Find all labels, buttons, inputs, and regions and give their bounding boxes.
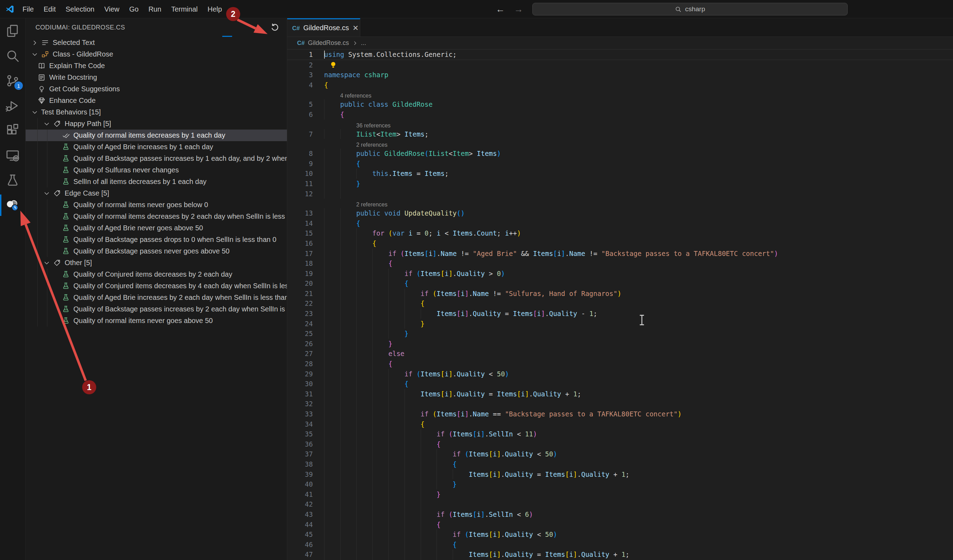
tree-item[interactable]: Quality of Sulfuras never changes <box>26 164 287 176</box>
tree-item-label: Get Code Suggestions <box>49 85 120 93</box>
line-content: Items[i].Quality = Items[i].Quality + 1; <box>324 549 630 560</box>
menu-item-view[interactable]: View <box>99 0 124 18</box>
back-arrow-icon[interactable]: ← <box>496 4 505 15</box>
tree-item[interactable]: Quality of Aged Brie never goes above 50 <box>26 222 287 234</box>
menu-item-file[interactable]: File <box>17 0 39 18</box>
tree-item-label: Quality of Conjured items decreases by 2… <box>73 270 232 278</box>
code-line: 40} <box>287 479 953 489</box>
tree-item[interactable]: Quality of normal items never goes below… <box>26 199 287 211</box>
line-number: 47 <box>287 549 313 560</box>
code-line: 26} <box>287 339 953 349</box>
tree-item[interactable]: Quality of Backstage passes increases by… <box>26 303 287 315</box>
indent-guides <box>324 369 405 379</box>
beaker-icon <box>62 317 73 325</box>
indent-guides <box>324 479 453 489</box>
line-number: 35 <box>287 429 313 439</box>
beaker-icon <box>62 224 73 232</box>
line-content: if (Items[i].SellIn < 11) <box>324 429 537 439</box>
tag-icon <box>53 120 65 128</box>
command-center-search[interactable]: csharp <box>532 3 847 16</box>
breadcrumb-more[interactable]: ... <box>361 39 366 47</box>
tree-item[interactable]: Quality of normal items decreases by 1 e… <box>26 130 287 141</box>
menu-item-terminal[interactable]: Terminal <box>166 0 203 18</box>
docstring-icon <box>37 73 49 81</box>
lightbulb-icon[interactable] <box>329 61 337 69</box>
tree-item[interactable]: Quality of Aged Brie increases by 2 each… <box>26 292 287 303</box>
book-icon <box>37 62 49 70</box>
tree-item[interactable]: Quality of Aged Brie increases by 1 each… <box>26 141 287 153</box>
codelens[interactable]: 36 references <box>287 120 953 129</box>
line-number: 17 <box>287 248 313 259</box>
line-number: 43 <box>287 509 313 520</box>
activity-source-control[interactable]: 1 <box>0 68 25 93</box>
breadcrumb[interactable]: C# GildedRose.cs ... <box>287 37 953 49</box>
chevron-right-icon[interactable] <box>31 39 41 47</box>
activity-remote-explorer[interactable] <box>0 143 25 168</box>
tree-item-label: Quality of Aged Brie increases by 1 each… <box>73 143 213 151</box>
tree-item[interactable]: Quality of normal items never goes above… <box>26 315 287 327</box>
indent-guides <box>324 489 436 500</box>
line-content: if (Items[i].Name != "Sulfuras, Hand of … <box>324 289 621 299</box>
menu-item-help[interactable]: Help <box>203 0 227 18</box>
tab-gildedrose[interactable]: C# GildedRose.cs ✕ <box>287 18 360 37</box>
activity-extensions[interactable] <box>0 118 25 143</box>
tree-item[interactable]: Quality of Conjured items decreases by 2… <box>26 268 287 280</box>
tree-item[interactable]: Quality of Backstage passes never goes a… <box>26 245 287 257</box>
line-content: } <box>324 179 360 189</box>
tree-item[interactable]: Explain The Code <box>26 60 287 71</box>
tree-item[interactable]: Other [5] <box>26 257 287 268</box>
tree-item[interactable]: Test Behaviors [15] <box>26 106 287 118</box>
close-icon[interactable]: ✕ <box>352 24 359 32</box>
menu-item-go[interactable]: Go <box>124 0 144 18</box>
beaker-icon <box>62 143 73 151</box>
line-number: 8 <box>287 149 313 159</box>
chevron-down-icon[interactable] <box>31 51 41 58</box>
line-content: } <box>324 489 441 500</box>
tree-item[interactable]: Write Docstring <box>26 71 287 83</box>
chevron-down-icon[interactable] <box>43 120 53 127</box>
codelens[interactable]: 2 references <box>287 199 953 208</box>
tree-item-label: Test Behaviors [15] <box>41 108 101 116</box>
line-content: if (Items[i].Quality > 0) <box>324 268 505 279</box>
indent-guides <box>324 208 356 219</box>
code-line: 2 <box>287 60 953 70</box>
chevron-down-icon[interactable] <box>43 259 53 267</box>
chevron-down-icon[interactable] <box>43 190 53 197</box>
tree-item[interactable]: Enhance Code <box>26 95 287 106</box>
activity-explorer[interactable] <box>0 18 25 43</box>
line-number: 16 <box>287 238 313 248</box>
menu-item-run[interactable]: Run <box>144 0 166 18</box>
code-line: 33if (Items[i].Name == "Backstage passes… <box>287 409 953 419</box>
codelens[interactable]: 4 references <box>287 90 953 99</box>
tree-item[interactable]: Quality of normal items decreases by 2 e… <box>26 211 287 222</box>
activity-search[interactable] <box>0 43 25 68</box>
activity-testing[interactable] <box>0 168 25 193</box>
tree-item[interactable]: Edge Case [5] <box>26 188 287 199</box>
activity-run-and-debug[interactable] <box>0 93 25 118</box>
tree-item[interactable]: Quality of Conjured items decreases by 4… <box>26 280 287 292</box>
codelens[interactable]: 2 references <box>287 139 953 149</box>
tree-item-label: Quality of Backstage passes never goes a… <box>73 247 230 255</box>
tree-item[interactable]: SellIn of all items decreases by 1 each … <box>26 176 287 188</box>
tree-item[interactable]: Get Code Suggestions <box>26 83 287 95</box>
line-number: 4 <box>287 80 313 90</box>
breadcrumb-file[interactable]: GildedRose.cs <box>308 39 349 47</box>
tree-item[interactable]: Happy Path [5] <box>26 118 287 130</box>
indent-guides <box>324 439 436 450</box>
codiumai-sidebar: CODIUMAI: GILDEDROSE.CS Selected TextCla… <box>26 18 287 560</box>
tree-item[interactable]: Class - GildedRose <box>26 48 287 60</box>
tree-item[interactable]: Selected Text <box>26 37 287 48</box>
code-area[interactable]: 1using System.Collections.Generic;23name… <box>287 49 953 560</box>
menu-item-edit[interactable]: Edit <box>39 0 61 18</box>
tree-item[interactable]: Quality of Backstage passes drops to 0 w… <box>26 234 287 245</box>
chevron-down-icon[interactable] <box>31 109 41 116</box>
forward-arrow-icon[interactable]: → <box>514 4 523 15</box>
line-content: if (Items[i].Name != "Aged Brie" && Item… <box>324 248 778 259</box>
indent-guides <box>324 179 356 189</box>
tree-item-label: Quality of normal items decreases by 2 e… <box>73 213 287 220</box>
indent-guides <box>324 319 421 329</box>
refresh-icon[interactable] <box>270 22 280 34</box>
activity-codiumai[interactable] <box>0 193 25 218</box>
tree-item[interactable]: Quality of Backstage passes increases by… <box>26 153 287 164</box>
menu-item-selection[interactable]: Selection <box>61 0 99 18</box>
